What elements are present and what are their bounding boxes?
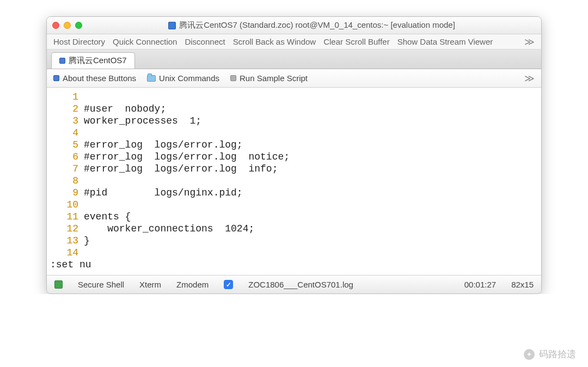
tab-bar: 腾讯云CentOS7 bbox=[47, 50, 541, 69]
menubar: Host Directory Quick Connection Disconne… bbox=[47, 34, 541, 50]
line-number: 12 bbox=[47, 223, 84, 235]
run-sample-label: Run Sample Script bbox=[240, 74, 308, 83]
line-text: } bbox=[84, 235, 90, 247]
menu-clear-buffer[interactable]: Clear Scroll Buffer bbox=[323, 37, 389, 46]
line-text: #error_log logs/error.log info; bbox=[84, 163, 278, 175]
editor-line: 2#user nobody; bbox=[47, 103, 541, 115]
editor-line: 6#error_log logs/error.log notice; bbox=[47, 151, 541, 163]
line-number: 14 bbox=[47, 247, 84, 259]
unix-commands-button[interactable]: Unix Commands bbox=[147, 74, 219, 83]
editor-line: 1 bbox=[47, 91, 541, 103]
editor-line: 9#pid logs/nginx.pid; bbox=[47, 187, 541, 199]
line-number: 3 bbox=[47, 115, 84, 127]
line-text: events { bbox=[84, 211, 131, 223]
status-time: 00:01:27 bbox=[464, 280, 496, 289]
line-number: 7 bbox=[47, 163, 84, 175]
app-icon bbox=[168, 22, 176, 29]
line-number: 8 bbox=[47, 175, 84, 187]
line-text: worker_connections 1024; bbox=[84, 223, 254, 235]
editor-line: 7#error_log logs/error.log info; bbox=[47, 163, 541, 175]
terminal-viewport[interactable]: 12#user nobody;3worker_processes 1;45#er… bbox=[47, 88, 541, 275]
session-tab[interactable]: 腾讯云CentOS7 bbox=[51, 52, 135, 69]
line-text: #user nobody; bbox=[84, 103, 166, 115]
editor-line: 3worker_processes 1; bbox=[47, 115, 541, 127]
line-text: #pid logs/nginx.pid; bbox=[84, 187, 243, 199]
close-icon[interactable] bbox=[52, 22, 59, 29]
line-number: 4 bbox=[47, 127, 84, 139]
line-number: 9 bbox=[47, 187, 84, 199]
editor-line: 4 bbox=[47, 127, 541, 139]
zoom-icon[interactable] bbox=[75, 22, 82, 29]
menu-disconnect[interactable]: Disconnect bbox=[185, 37, 225, 46]
button-bar: About these Buttons Unix Commands Run Sa… bbox=[47, 69, 541, 88]
run-sample-button[interactable]: Run Sample Script bbox=[230, 74, 308, 83]
editor-line: 14 bbox=[47, 247, 541, 259]
menu-host-directory[interactable]: Host Directory bbox=[53, 37, 105, 46]
status-bar: Secure Shell Xterm Zmodem ✓ ZOC1806___Ce… bbox=[47, 275, 541, 293]
line-number: 2 bbox=[47, 103, 84, 115]
about-buttons-label: About these Buttons bbox=[63, 74, 136, 83]
editor-line: 13} bbox=[47, 235, 541, 247]
editor-lines: 12#user nobody;3worker_processes 1;45#er… bbox=[47, 91, 541, 259]
status-terminal: Xterm bbox=[139, 280, 161, 289]
line-number: 5 bbox=[47, 139, 84, 151]
unix-commands-label: Unix Commands bbox=[159, 74, 219, 83]
connection-icon bbox=[54, 280, 63, 289]
line-number: 10 bbox=[47, 199, 84, 211]
status-connection: Secure Shell bbox=[78, 280, 124, 289]
check-icon: ✓ bbox=[224, 280, 233, 289]
line-number: 11 bbox=[47, 211, 84, 223]
editor-line: 8 bbox=[47, 175, 541, 187]
editor-line: 5#error_log logs/error.log; bbox=[47, 139, 541, 151]
line-number: 13 bbox=[47, 235, 84, 247]
line-number: 6 bbox=[47, 151, 84, 163]
menu-quick-connection[interactable]: Quick Connection bbox=[113, 37, 177, 46]
line-text: worker_processes 1; bbox=[84, 115, 201, 127]
window-controls bbox=[52, 22, 82, 29]
tab-indicator-icon bbox=[59, 58, 65, 64]
tab-label: 腾讯云CentOS7 bbox=[69, 56, 127, 66]
minimize-icon[interactable] bbox=[64, 22, 71, 29]
toolbar-overflow-icon[interactable]: ≫ bbox=[524, 72, 535, 84]
menu-scroll-back[interactable]: Scroll Back as Window bbox=[233, 37, 316, 46]
menu-data-stream[interactable]: Show Data Stream Viewer bbox=[397, 37, 493, 46]
editor-line: 10 bbox=[47, 199, 541, 211]
square-icon bbox=[53, 75, 59, 81]
window-title-wrap: 腾讯云CentOS7 (Standard.zoc) root@VM_0_14_c… bbox=[88, 20, 536, 30]
folder-icon bbox=[147, 75, 156, 82]
app-window: 腾讯云CentOS7 (Standard.zoc) root@VM_0_14_c… bbox=[46, 16, 542, 294]
status-protocol: Zmodem bbox=[176, 280, 209, 289]
editor-line: 11events { bbox=[47, 211, 541, 223]
titlebar: 腾讯云CentOS7 (Standard.zoc) root@VM_0_14_c… bbox=[47, 17, 541, 34]
line-number: 1 bbox=[47, 91, 84, 103]
window-title: 腾讯云CentOS7 (Standard.zoc) root@VM_0_14_c… bbox=[179, 20, 455, 30]
status-logfile: ZOC1806___CentOS701.log bbox=[248, 280, 353, 289]
status-size: 82x15 bbox=[511, 280, 534, 289]
vim-command-line[interactable]: :set nu bbox=[47, 259, 541, 271]
editor-line: 12 worker_connections 1024; bbox=[47, 223, 541, 235]
line-text: #error_log logs/error.log; bbox=[84, 139, 243, 151]
menu-overflow-icon[interactable]: ≫ bbox=[524, 36, 535, 48]
about-buttons-button[interactable]: About these Buttons bbox=[53, 74, 136, 83]
square-icon bbox=[230, 75, 236, 81]
line-text: #error_log logs/error.log notice; bbox=[84, 151, 290, 163]
